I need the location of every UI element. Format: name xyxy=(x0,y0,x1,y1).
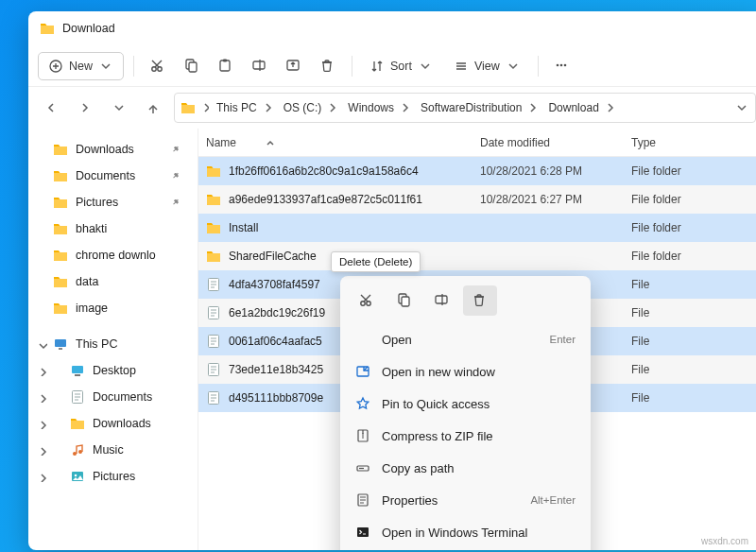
sidebar-item[interactable]: bhakti xyxy=(32,216,194,242)
separator xyxy=(352,56,352,77)
chevron-down-icon xyxy=(36,338,47,350)
ctx-compress-zip[interactable]: Compress to ZIP file xyxy=(346,420,585,452)
breadcrumb-item[interactable]: Windows xyxy=(344,98,413,117)
sidebar-item[interactable]: Documents xyxy=(32,384,194,410)
view-label: View xyxy=(474,60,500,73)
file-type: File folder xyxy=(631,221,756,234)
chevron-right-icon xyxy=(603,100,614,115)
copy-icon xyxy=(396,292,413,309)
col-type[interactable]: Type xyxy=(631,136,656,149)
chevron-right-icon xyxy=(325,100,336,115)
col-date[interactable]: Date modified xyxy=(480,136,550,149)
sidebar-item[interactable]: Pictures xyxy=(32,189,194,216)
sidebar-label: Desktop xyxy=(93,364,136,377)
ctx-cut-button[interactable] xyxy=(350,285,384,316)
sidebar-label: Documents xyxy=(93,390,152,404)
ctx-copy-button[interactable] xyxy=(387,285,421,316)
ctx-open-new-window[interactable]: Open in new window xyxy=(346,355,585,388)
ctx-rename-button[interactable] xyxy=(425,285,459,316)
pin-icon xyxy=(169,195,184,210)
back-button[interactable] xyxy=(38,95,64,121)
breadcrumb-item[interactable]: SoftwareDistribution xyxy=(417,98,541,117)
copy-button[interactable] xyxy=(178,52,206,80)
folder-icon xyxy=(53,221,68,236)
file-icon xyxy=(206,362,221,377)
view-button[interactable]: View xyxy=(446,52,528,80)
rename-icon xyxy=(251,58,268,75)
terminal-icon xyxy=(355,525,370,540)
cut-button[interactable] xyxy=(144,52,172,80)
folder-icon xyxy=(53,301,68,316)
sort-button[interactable]: Sort xyxy=(362,52,440,80)
file-row[interactable]: Install File folder xyxy=(198,214,756,242)
plus-icon xyxy=(48,59,63,74)
folder-icon xyxy=(206,192,221,207)
file-row[interactable]: 1fb26ff0616a6b2c80c9a1c9a158a6c4 10/28/2… xyxy=(198,157,756,185)
up-icon xyxy=(146,100,161,115)
chevron-down-icon xyxy=(506,59,521,74)
sidebar-item[interactable]: image xyxy=(32,295,194,321)
sidebar-label: Music xyxy=(93,443,124,457)
sidebar-item[interactable]: Downloads xyxy=(32,136,194,163)
chevron-right-icon xyxy=(36,365,47,376)
share-button[interactable] xyxy=(280,52,308,80)
sidebar-item[interactable]: Music xyxy=(32,437,194,463)
sort-indicator-icon xyxy=(265,137,276,148)
rename-button[interactable] xyxy=(246,52,274,80)
ctx-pin-quick-access[interactable]: Pin to Quick access xyxy=(346,388,585,420)
up-button[interactable] xyxy=(140,95,166,121)
chevron-right-icon xyxy=(199,100,209,115)
share-icon xyxy=(285,58,302,75)
sidebar-label: Downloads xyxy=(76,143,134,156)
file-row[interactable]: SharedFileCache File folder xyxy=(198,242,756,270)
star-icon xyxy=(355,396,370,411)
breadcrumb-item[interactable]: OS (C:) xyxy=(280,98,341,117)
sidebar-item[interactable]: Documents xyxy=(32,163,194,189)
folder-icon xyxy=(180,100,196,115)
monitor-icon xyxy=(53,336,68,352)
file-row[interactable]: a96ede9133937af1ca9e872c5c011f61 10/28/2… xyxy=(198,185,756,214)
delete-button[interactable] xyxy=(314,52,342,80)
breadcrumb-item[interactable]: This PC xyxy=(213,98,276,117)
file-type: File folder xyxy=(631,164,756,178)
forward-icon xyxy=(77,100,93,115)
sidebar-item[interactable]: chrome downlo xyxy=(32,242,194,268)
sidebar: Downloads Documents Pictures bhakti chro… xyxy=(28,129,198,550)
file-icon xyxy=(206,277,221,292)
sidebar-label: Pictures xyxy=(76,196,118,209)
path-icon xyxy=(355,460,370,475)
recent-button[interactable] xyxy=(106,95,132,121)
titlebar[interactable]: Download xyxy=(28,11,756,45)
ctx-copy-path[interactable]: Copy as path xyxy=(346,452,585,484)
file-explorer-window: Download New Sort View xyxy=(28,11,756,550)
sidebar-item[interactable]: Pictures xyxy=(32,463,194,490)
chevron-down-icon[interactable] xyxy=(734,100,749,115)
forward-button[interactable] xyxy=(72,95,98,121)
ctx-open[interactable]: Open Enter xyxy=(346,323,585,355)
sidebar-item[interactable]: data xyxy=(32,268,194,295)
zip-icon xyxy=(355,428,370,443)
sidebar-label: data xyxy=(76,275,98,288)
sidebar-item[interactable]: Downloads xyxy=(32,410,194,437)
trash-icon xyxy=(319,58,336,75)
sort-icon xyxy=(369,59,385,74)
pin-icon xyxy=(169,142,184,157)
breadcrumb-item[interactable]: Download xyxy=(544,98,617,117)
ctx-properties[interactable]: Properties Alt+Enter xyxy=(346,484,585,516)
ctx-delete-button[interactable] xyxy=(463,285,497,316)
address-bar[interactable]: This PC OS (C:) Windows SoftwareDistribu… xyxy=(174,93,756,123)
chevron-down-icon xyxy=(98,59,113,74)
sidebar-item[interactable]: Desktop xyxy=(32,357,194,384)
ctx-open-terminal[interactable]: Open in Windows Terminal xyxy=(346,516,585,548)
more-button[interactable] xyxy=(548,52,576,80)
properties-icon xyxy=(355,492,370,508)
documents-icon xyxy=(70,389,85,405)
folder-icon xyxy=(53,168,68,183)
col-name[interactable]: Name xyxy=(206,136,236,149)
delete-tooltip: Delete (Delete) xyxy=(331,251,421,272)
paste-button[interactable] xyxy=(212,52,240,80)
sidebar-item-this-pc[interactable]: This PC xyxy=(32,331,194,357)
new-button[interactable]: New xyxy=(38,52,124,80)
chevron-down-icon xyxy=(112,100,127,115)
file-name: SharedFileCache xyxy=(229,250,317,263)
